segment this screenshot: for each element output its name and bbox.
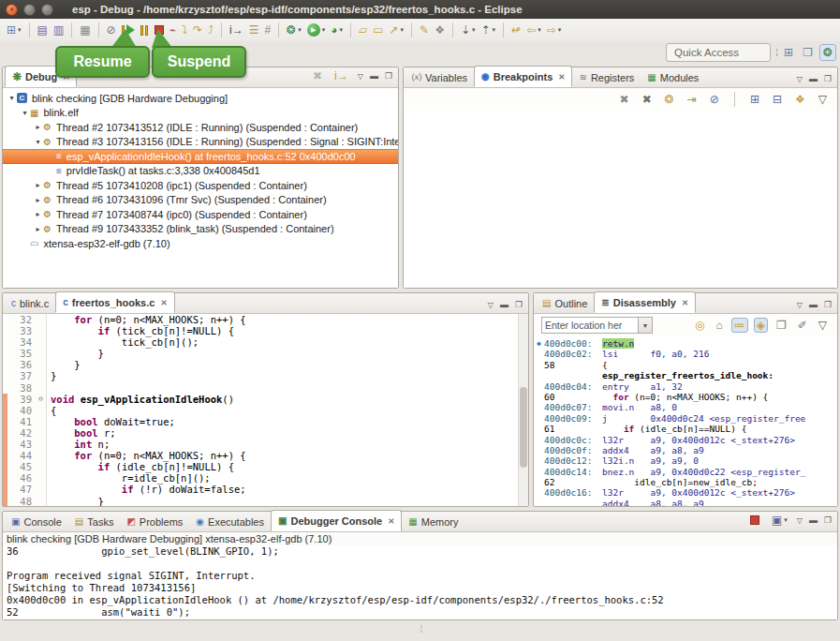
cpp-perspective-icon[interactable]: ❒: [800, 45, 816, 60]
debug-perspective-icon[interactable]: ❂: [819, 44, 836, 61]
editor-content[interactable]: 32 for (n=0; n<MAX_HOOKS; n++) {33 if (t…: [3, 314, 528, 506]
remove-all-breakpoints-icon[interactable]: ✖: [640, 92, 655, 107]
dropdown-arrow-icon[interactable]: ▾: [339, 26, 343, 34]
terminate-icon[interactable]: [747, 514, 762, 527]
step-return-icon[interactable]: ⤴: [205, 22, 216, 37]
run-icon[interactable]: ▶▾: [304, 22, 329, 38]
expander-icon[interactable]: ▸: [33, 225, 43, 233]
view-menu-icon[interactable]: ▽: [358, 72, 363, 81]
maximize-icon[interactable]: ❐: [824, 515, 832, 525]
dropdown-arrow-icon[interactable]: ▾: [298, 26, 302, 34]
expander-icon[interactable]: ▸: [33, 123, 43, 131]
close-button[interactable]: ×: [6, 4, 18, 16]
close-icon[interactable]: ✕: [388, 516, 394, 526]
expander-icon[interactable]: ▸: [33, 196, 43, 204]
expand-all-icon[interactable]: ⊞: [747, 92, 762, 107]
dropdown-arrow-icon[interactable]: ▾: [538, 26, 541, 34]
dropdown-arrow-icon[interactable]: ▾: [322, 26, 326, 34]
dropdown-arrow-icon[interactable]: ▾: [401, 26, 405, 34]
disassembly-content[interactable]: ◆400d0c00:retw.n400d0c02:lsi f0, a0, 216…: [534, 336, 837, 506]
expander-icon[interactable]: ▾: [33, 138, 43, 146]
show-breakpoints-for-icon[interactable]: ❂: [662, 92, 677, 107]
tab-tasks[interactable]: ▤Tasks: [68, 512, 121, 531]
minimize-icon[interactable]: ▬: [500, 300, 508, 309]
previous-annotation-icon[interactable]: ⇡▾: [479, 22, 499, 37]
open-project-icon[interactable]: ▭: [370, 22, 386, 37]
maximize-button[interactable]: [41, 4, 53, 16]
tab-executables[interactable]: ◉Executables: [189, 512, 271, 531]
skip-all-breakpoints-icon[interactable]: ⊘: [104, 22, 119, 37]
view-menu-icon[interactable]: ▽: [797, 516, 803, 525]
next-annotation-icon[interactable]: ⇣▾: [458, 22, 479, 37]
dropdown-arrow-icon[interactable]: ▾: [558, 26, 562, 34]
instruction-stepping-icon[interactable]: i→: [227, 22, 246, 37]
tree-item[interactable]: ▸⚙Thread #5 1073410208 (ipc1) (Suspended…: [3, 178, 398, 193]
tab-outline[interactable]: ▤Outline: [536, 293, 594, 313]
coverage-icon[interactable]: ◕▾: [328, 22, 346, 37]
save-icon[interactable]: ▤: [35, 22, 51, 37]
open-folder-icon[interactable]: ▱: [356, 22, 370, 37]
remove-all-terminated-icon[interactable]: ✖: [310, 68, 325, 83]
tab-freertos-hooks-c[interactable]: cfreertos_hooks.c✕: [55, 291, 174, 313]
back-icon[interactable]: ⇦▾: [523, 22, 544, 37]
fold-marker[interactable]: ⊖: [36, 394, 47, 405]
new-wizard-icon[interactable]: ⊞▾: [4, 22, 24, 37]
go-to-file-icon[interactable]: ⇥: [685, 92, 700, 107]
step-over-icon[interactable]: ↷: [190, 22, 205, 37]
maximize-icon[interactable]: ❐: [515, 300, 523, 309]
mark-occurrences-icon[interactable]: ✎: [417, 22, 432, 37]
skip-all-breakpoints-icon[interactable]: ⊘: [707, 92, 722, 107]
tree-item[interactable]: ≡esp_vApplicationIdleHook() at freertos_…: [3, 149, 398, 164]
expander-icon[interactable]: ▾: [20, 109, 30, 117]
close-icon[interactable]: ✕: [558, 72, 565, 82]
dropdown-arrow-icon[interactable]: ▾: [784, 516, 788, 524]
expander-icon[interactable]: ▸: [33, 210, 43, 218]
view-menu-icon[interactable]: ▽: [797, 301, 803, 309]
tab-registers[interactable]: ≋Registers: [572, 67, 641, 87]
tree-item[interactable]: ▸⚙Thread #7 1073408744 (ipc0) (Suspended…: [3, 207, 398, 222]
dropdown-arrow-icon[interactable]: ▾: [472, 26, 476, 34]
external-tools-icon[interactable]: ↗▾: [387, 22, 407, 37]
track-expression-icon[interactable]: ◈: [754, 318, 768, 333]
drag-handle[interactable]: ⁞: [420, 624, 423, 634]
tab-variables[interactable]: ⒳Variables: [405, 67, 474, 87]
forward-icon[interactable]: ⇨▾: [544, 22, 565, 37]
open-new-view-icon[interactable]: ❐: [774, 318, 789, 333]
home-icon[interactable]: ⌂: [713, 318, 725, 333]
tab-modules[interactable]: ▦Modules: [641, 67, 705, 87]
tab-debugger-console[interactable]: ▣Debugger Console✕: [271, 510, 402, 531]
view-menu-icon[interactable]: ▽: [816, 92, 830, 107]
last-edit-location-icon[interactable]: ↫: [508, 22, 523, 37]
maximize-icon[interactable]: ❐: [824, 300, 832, 309]
instruction-stepping-mode-icon[interactable]: i→: [332, 68, 351, 83]
location-input[interactable]: Enter location her: [541, 317, 639, 334]
location-combo[interactable]: Enter location her ▼: [541, 317, 653, 334]
expander-icon[interactable]: ▾: [7, 94, 17, 102]
collapse-all-icon[interactable]: ⊟: [770, 92, 785, 107]
save-all-icon[interactable]: ▥: [51, 22, 66, 37]
tab-breakpoints[interactable]: ◉Breakpoints✕: [474, 66, 572, 87]
tab-disassembly[interactable]: ≣Disassembly✕: [594, 291, 696, 313]
open-perspective-icon[interactable]: ⊞: [781, 45, 796, 60]
minimize-icon[interactable]: ▬: [809, 74, 818, 83]
console-content[interactable]: blink checking [GDB Hardware Debugging] …: [3, 532, 837, 619]
combo-dropdown-icon[interactable]: ▼: [639, 317, 653, 334]
suspend-icon[interactable]: [138, 23, 152, 37]
close-icon[interactable]: ✕: [682, 298, 688, 307]
tree-item[interactable]: ▸⚙Thread #6 1073431096 (Tmr Svc) (Suspen…: [3, 193, 398, 208]
open-element-icon[interactable]: ❖: [432, 22, 448, 37]
use-step-filters-icon[interactable]: ☰: [246, 22, 262, 37]
tree-item[interactable]: ≡prvIdleTask() at tasks.c:3,338 0x400845…: [3, 164, 398, 179]
minimize-icon[interactable]: ▬: [809, 515, 818, 525]
pin-view-icon[interactable]: ✐: [795, 318, 810, 333]
editor-scrollbar[interactable]: [518, 314, 528, 506]
tree-item[interactable]: ▾Cblink checking [GDB Hardware Debugging…: [3, 91, 398, 106]
show-source-icon[interactable]: ≔: [731, 318, 748, 333]
memory-monitor-icon[interactable]: #: [261, 22, 273, 37]
tree-item[interactable]: ▸⚙Thread #2 1073413512 (IDLE : Running) …: [3, 120, 398, 135]
scrollbar-thumb[interactable]: [520, 387, 527, 468]
tree-item[interactable]: ▸⚙Thread #9 1073433352 (blink_task) (Sus…: [3, 222, 398, 237]
dropdown-arrow-icon[interactable]: ▾: [493, 26, 496, 34]
display-selected-console-icon[interactable]: ▣▾: [769, 513, 790, 528]
minimize-button[interactable]: [23, 4, 36, 16]
